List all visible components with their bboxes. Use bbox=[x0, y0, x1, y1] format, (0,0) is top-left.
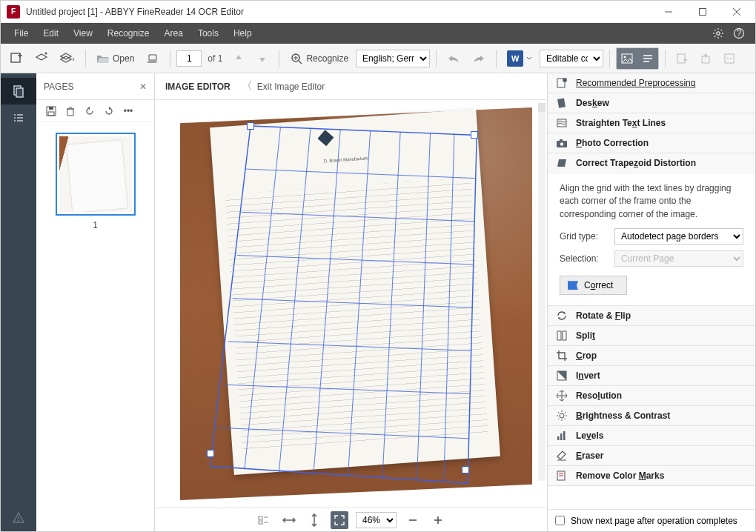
send-button[interactable] bbox=[672, 48, 692, 69]
page-down-button[interactable] bbox=[252, 48, 273, 69]
language-select[interactable]: English; German bbox=[356, 50, 430, 67]
help-icon[interactable]: ? bbox=[729, 23, 749, 44]
crop-icon bbox=[555, 350, 568, 362]
page-thumbnail-number: 1 bbox=[93, 220, 98, 230]
open-button[interactable]: Open bbox=[92, 48, 139, 69]
show-next-page-checkbox[interactable] bbox=[555, 516, 565, 525]
rail-pages-button[interactable] bbox=[1, 78, 36, 104]
fit-options-button[interactable] bbox=[255, 511, 273, 529]
acc-remove-marks[interactable]: Remove Color Marks bbox=[548, 466, 755, 485]
acc-deskew[interactable]: Deskew bbox=[548, 93, 755, 113]
acc-trapezoid[interactable]: Correct Trapezoid Distortion bbox=[548, 153, 755, 173]
svg-point-25 bbox=[727, 58, 729, 59]
grid-handle-tr[interactable] bbox=[471, 131, 478, 139]
trapezoid-grid[interactable] bbox=[180, 107, 532, 500]
acc-resolution[interactable]: Resolution bbox=[548, 386, 755, 405]
view-image-button[interactable] bbox=[617, 48, 637, 69]
menu-file[interactable]: File bbox=[7, 23, 36, 44]
export-button[interactable] bbox=[695, 48, 716, 69]
acc-crop[interactable]: Crop bbox=[548, 346, 755, 365]
zoom-in-button[interactable] bbox=[429, 511, 447, 529]
svg-rect-80 bbox=[560, 433, 563, 440]
more-button[interactable] bbox=[719, 48, 740, 69]
pages-tools: ••• bbox=[36, 100, 154, 122]
svg-point-33 bbox=[14, 120, 16, 122]
acc-eraser[interactable]: Eraser bbox=[548, 446, 755, 465]
svg-point-78 bbox=[560, 413, 564, 418]
menu-recognize[interactable]: Recognize bbox=[100, 23, 157, 44]
pages-rotate-cw-button[interactable] bbox=[102, 104, 116, 119]
undo-button[interactable] bbox=[442, 48, 465, 69]
svg-rect-81 bbox=[563, 431, 566, 440]
fit-page-button[interactable] bbox=[331, 511, 348, 529]
pages-more-button[interactable]: ••• bbox=[121, 104, 136, 119]
pages-header: PAGES ✕ bbox=[36, 73, 154, 100]
svg-rect-79 bbox=[557, 436, 560, 440]
svg-line-56 bbox=[417, 133, 430, 482]
correct-button[interactable]: Correct bbox=[560, 276, 627, 295]
maximize-button[interactable] bbox=[686, 1, 720, 23]
fit-width-button[interactable] bbox=[280, 511, 298, 529]
acc-split[interactable]: Split bbox=[548, 326, 755, 345]
page-up-button[interactable] bbox=[228, 48, 249, 69]
zoom-select[interactable]: 46% bbox=[356, 512, 397, 528]
image-viewer[interactable]: D. Brawn Manufacture bbox=[155, 100, 547, 508]
redo-button[interactable] bbox=[468, 48, 490, 69]
svg-point-73 bbox=[560, 142, 563, 145]
page-number-input[interactable] bbox=[176, 50, 202, 67]
acc-rotate[interactable]: Rotate & Flip bbox=[548, 306, 755, 325]
menu-edit[interactable]: Edit bbox=[36, 23, 66, 44]
window-title: Untitled project [1] - ABBYY FineReader … bbox=[26, 7, 651, 17]
page-thumbnail[interactable] bbox=[56, 133, 136, 216]
zoom-out-button[interactable] bbox=[404, 511, 422, 529]
new-task-button[interactable] bbox=[5, 48, 27, 69]
close-button[interactable] bbox=[720, 1, 754, 23]
svg-line-45 bbox=[242, 212, 474, 221]
minimize-button[interactable] bbox=[651, 1, 686, 23]
scan-button[interactable] bbox=[142, 48, 164, 69]
acc-levels[interactable]: Levels bbox=[548, 426, 755, 445]
deskew-icon bbox=[555, 97, 568, 109]
settings-gear-icon[interactable] bbox=[708, 23, 729, 44]
menu-area[interactable]: Area bbox=[157, 23, 190, 44]
acc-recommended[interactable]: Recommended Preprocessing bbox=[548, 73, 755, 93]
viewer-scrollbar[interactable] bbox=[538, 103, 546, 481]
right-panel: Recommended Preprocessing Deskew Straigh… bbox=[548, 73, 755, 531]
word-icon: W bbox=[507, 50, 523, 67]
menu-view[interactable]: View bbox=[66, 23, 100, 44]
grid-type-select[interactable]: Autodetect page borders bbox=[614, 228, 743, 245]
page-of-label: of 1 bbox=[205, 53, 225, 64]
recognize-button[interactable]: Recognize bbox=[285, 48, 353, 69]
acc-brightness[interactable]: Brightness & Contrast bbox=[548, 406, 755, 425]
svg-rect-75 bbox=[557, 331, 561, 340]
menu-tools[interactable]: Tools bbox=[190, 23, 226, 44]
fit-height-button[interactable] bbox=[305, 511, 323, 529]
svg-line-44 bbox=[246, 169, 476, 178]
exit-image-editor-button[interactable]: 〈 Exit Image Editor bbox=[241, 79, 325, 94]
grid-handle-br[interactable] bbox=[462, 466, 469, 473]
app-logo-icon: F bbox=[7, 5, 20, 19]
menu-help[interactable]: Help bbox=[226, 23, 259, 44]
acc-photo-correction[interactable]: Photo Correction bbox=[548, 133, 755, 153]
rotate-icon bbox=[555, 310, 568, 322]
pages-rotate-ccw-button[interactable] bbox=[82, 104, 97, 119]
svg-line-49 bbox=[224, 385, 471, 393]
rail-warning-icon[interactable] bbox=[1, 505, 36, 531]
word-export-button[interactable]: W bbox=[503, 48, 537, 69]
view-text-button[interactable] bbox=[637, 48, 658, 69]
pages-close-button[interactable]: ✕ bbox=[139, 82, 147, 92]
acc-invert[interactable]: Invert bbox=[548, 366, 755, 385]
svg-line-47 bbox=[233, 299, 472, 307]
svg-rect-1 bbox=[700, 8, 706, 15]
pages-save-button[interactable] bbox=[44, 104, 59, 119]
editable-copy-select[interactable]: Editable copy bbox=[540, 50, 603, 67]
layer-dropdown-button[interactable] bbox=[56, 48, 79, 69]
add-layer-button[interactable] bbox=[30, 48, 53, 69]
acc-straighten[interactable]: Straighten Text Lines bbox=[548, 113, 755, 133]
pages-delete-button[interactable] bbox=[63, 104, 78, 119]
svg-line-50 bbox=[219, 428, 470, 439]
rail-list-button[interactable] bbox=[1, 104, 36, 131]
grid-handle-bl[interactable] bbox=[207, 450, 214, 457]
selection-select: Current Page bbox=[614, 250, 743, 267]
grid-handle-tl[interactable] bbox=[247, 122, 254, 130]
